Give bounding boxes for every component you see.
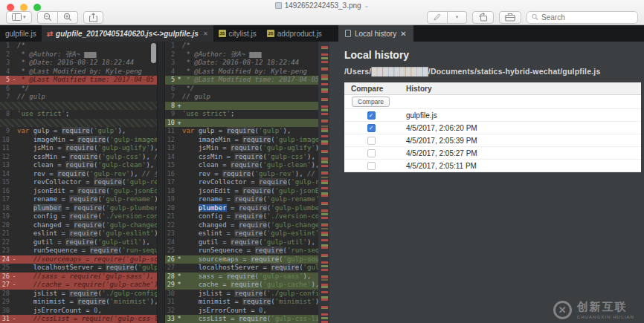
diff-gap-row bbox=[0, 102, 157, 111]
search-box[interactable] bbox=[527, 11, 638, 24]
file-path: /Users/██████████/Documents/statics-hybr… bbox=[344, 67, 644, 76]
diff-marker bbox=[176, 204, 182, 213]
diff-panel-old[interactable]: 1/*2 * @Author: 张A~ ▆▆▆3 * @Date: 2016-0… bbox=[0, 42, 157, 323]
diff-panel-new[interactable]: 1/*2 * @Author: 张A~ ▆▆▆3 * @Date: 2016-0… bbox=[165, 42, 318, 323]
diff-marker bbox=[11, 42, 17, 50]
title-chevron-icon[interactable]: ⌄ bbox=[364, 2, 370, 9]
watermark: ✕ 创新互联 CHUANGXIN HULIAN bbox=[553, 300, 634, 319]
table-row[interactable]: 4/5/2017, 2:05:39 PM bbox=[344, 134, 641, 147]
zoom-window-button[interactable] bbox=[33, 4, 41, 11]
diff-marker bbox=[11, 136, 17, 145]
line-number: 1 bbox=[0, 42, 11, 50]
compare-checkbox[interactable]: ✓ bbox=[367, 111, 376, 120]
view-options-button[interactable]: ▾ bbox=[6, 11, 32, 24]
share-button[interactable] bbox=[83, 11, 103, 24]
zoom-out-button[interactable] bbox=[37, 11, 58, 24]
code-line: 2 * @Author: 张A~ ▆▆▆ bbox=[165, 50, 318, 59]
code-line: 22 changed = require('gulp-changed'), bbox=[165, 221, 318, 230]
diff-marker bbox=[176, 298, 182, 307]
code-text: changed = require('gulp-changed'), bbox=[182, 221, 318, 230]
zoom-in-button[interactable] bbox=[58, 11, 78, 24]
diff-marker bbox=[11, 264, 17, 273]
table-row[interactable]: ✓ 4/5/2017, 2:06:20 PM bbox=[344, 122, 641, 134]
compare-checkbox[interactable]: ✓ bbox=[367, 124, 376, 132]
line-number: 25 bbox=[165, 247, 176, 255]
code-text: runSequence = require('run-sequence' bbox=[17, 247, 157, 255]
code-line: 20 plumber = require('gulp-plumber'), bbox=[165, 204, 318, 213]
diff-editor: 1/*2 * @Author: 张A~ ▆▆▆3 * @Date: 2016-0… bbox=[0, 42, 329, 323]
markup-pencil-button[interactable] bbox=[427, 11, 448, 24]
compare-checkbox[interactable] bbox=[367, 149, 376, 157]
code-text: //cssList = require('gulp-css-list' bbox=[17, 315, 157, 323]
code-text: * @Last Modified by: Kyle-peng bbox=[182, 68, 318, 76]
tab-citylist[interactable]: JS citylist.js bbox=[213, 25, 262, 42]
code-line: 1/* bbox=[0, 42, 157, 50]
diff-marker bbox=[176, 144, 182, 153]
diff-marker bbox=[11, 85, 17, 94]
code-line: 10+ bbox=[165, 119, 318, 128]
line-number: 18 bbox=[0, 204, 11, 213]
diff-marker bbox=[11, 204, 17, 213]
line-number: 24 bbox=[165, 238, 176, 247]
diff-marker: + bbox=[176, 102, 182, 111]
line-number: 23 bbox=[165, 229, 176, 238]
search-input[interactable] bbox=[541, 13, 633, 22]
code-line: 12 imageMin = require('gulp-imagemin'), bbox=[165, 136, 318, 145]
tab-label: gulpfile.js bbox=[5, 30, 36, 38]
diff-marker: - bbox=[11, 273, 17, 281]
diff-marker bbox=[11, 247, 17, 255]
code-line: 25 localhostServer = require('gulp-conn bbox=[0, 264, 157, 273]
line-number: 26 bbox=[0, 273, 11, 281]
diff-marker bbox=[11, 229, 17, 238]
tab-local-history[interactable]: Local history ✕ bbox=[338, 25, 413, 42]
code-line: 5* * @Last Modified time: 2017-04-05 14:… bbox=[165, 76, 318, 85]
tab-addproduct[interactable]: JS addproduct.js bbox=[262, 25, 327, 42]
code-line: 19 config = require('./version-config'), bbox=[0, 212, 157, 221]
line-number: 17 bbox=[165, 178, 176, 187]
code-text: jsList = require('./gulp-config-jsLi bbox=[182, 290, 318, 298]
diff-marker bbox=[176, 212, 182, 221]
line-number: 29 bbox=[165, 281, 176, 290]
watermark-name: 创新互联 bbox=[577, 300, 634, 314]
markup-dropdown-button[interactable]: ▾ bbox=[448, 11, 467, 24]
code-text: changed = require('gulp-changed'), bbox=[17, 221, 157, 230]
diff-marker bbox=[11, 290, 17, 298]
line-number: 5 bbox=[0, 76, 11, 85]
diff-marker bbox=[11, 178, 17, 187]
compare-button[interactable]: Compare bbox=[352, 97, 390, 107]
diff-marker bbox=[176, 42, 182, 50]
code-line: 23 eslint = require('gulp-eslint'), bbox=[165, 229, 318, 238]
close-window-button[interactable] bbox=[7, 4, 14, 11]
error-stripe-marks bbox=[321, 42, 328, 323]
code-line: 23 runSequence = require('run-sequence' bbox=[0, 247, 157, 255]
rotate-button[interactable] bbox=[472, 11, 494, 24]
diff-divider bbox=[157, 42, 165, 323]
line-number: 20 bbox=[0, 221, 11, 230]
diff-marker: - bbox=[11, 255, 17, 264]
close-tab-icon[interactable]: ✕ bbox=[400, 30, 406, 38]
code-line: 8'use strict'; bbox=[0, 110, 157, 119]
code-line: 29* cache = require('gulp-cache'), bbox=[165, 281, 318, 290]
code-line: 4 * @Last Modified by: Kyle-peng bbox=[0, 68, 157, 76]
compare-checkbox[interactable] bbox=[367, 162, 376, 170]
tab-label: addproduct.js bbox=[277, 30, 322, 38]
error-stripe[interactable] bbox=[318, 42, 329, 323]
history-entry-label: 4/5/2017, 2:05:27 PM bbox=[398, 149, 477, 157]
tab-diff-gulpfile[interactable]: ⇄ gulpfile_20170405140620.js<->gulpfile.… bbox=[42, 25, 213, 42]
minimize-window-button[interactable] bbox=[20, 4, 28, 11]
table-row[interactable]: 4/5/2017, 2:05:11 PM bbox=[344, 160, 641, 172]
tab-gulpfile[interactable]: gulpfile.js bbox=[0, 25, 42, 42]
table-row[interactable]: ✓ gulpfile.js bbox=[344, 109, 641, 122]
table-row[interactable]: 4/5/2017, 2:05:27 PM bbox=[344, 147, 641, 160]
markup-toolbox-button[interactable] bbox=[499, 11, 521, 24]
diff-marker bbox=[11, 195, 17, 204]
code-line: 15 revCollector = require('gulp-rev-col bbox=[0, 178, 157, 187]
close-tab-icon[interactable]: ✕ bbox=[203, 30, 208, 37]
scrollbar-thumb[interactable] bbox=[151, 43, 156, 63]
line-number: 15 bbox=[0, 178, 11, 187]
code-line: 27- //cache = require('gulp-cache'), bbox=[0, 281, 157, 290]
compare-checkbox[interactable] bbox=[367, 137, 376, 145]
code-line: 21 config = require('./version-config'), bbox=[165, 212, 318, 221]
code-text: gutil = require('gulp-util'), bbox=[17, 238, 157, 247]
code-text: runSequence = require('run-sequence' bbox=[182, 247, 318, 255]
